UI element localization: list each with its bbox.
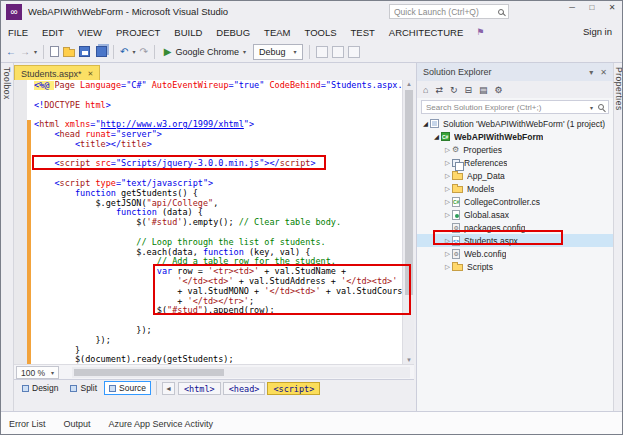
expander-collapsed-icon[interactable]: ▷	[443, 211, 452, 219]
sync-with-active-document-icon[interactable]: ⇄	[435, 85, 443, 95]
redo-icon[interactable]: ↷	[139, 46, 147, 58]
properties-tab[interactable]: Properties	[614, 67, 623, 111]
tree-item-references[interactable]: ▷References	[417, 156, 613, 169]
panel-tab-azure-app-service-activity[interactable]: Azure App Service Activity	[109, 419, 214, 429]
scrollbar-thumb[interactable]	[405, 90, 413, 295]
code-line-14[interactable]: function (data) {	[14, 208, 402, 218]
tree-item-models[interactable]: ▷Models	[417, 182, 613, 195]
code-line-5[interactable]: <html xmlns="http://www.w3.org/1999/xhtm…	[14, 120, 402, 130]
save-all-icon[interactable]	[96, 46, 107, 57]
menu-debug[interactable]: DEBUG	[209, 27, 257, 38]
tree-item-webapiwithwebform[interactable]: ◢WebAPIWithWebForm	[417, 130, 613, 143]
code-line-27[interactable]: });	[14, 336, 402, 346]
hscrollbar-thumb[interactable]	[74, 369, 224, 376]
tree-item-web-config[interactable]: ▷Web.config	[417, 247, 613, 260]
code-line-15[interactable]: $('#stud').empty(); // Clear table body.	[14, 218, 402, 228]
tree-item-properties[interactable]: ▷⚙Properties	[417, 143, 613, 156]
expander-expanded-icon[interactable]: ◢	[432, 133, 441, 141]
expander-collapsed-icon[interactable]: ▷	[443, 263, 452, 271]
panel-tab-output[interactable]: Output	[64, 419, 91, 429]
open-file-icon[interactable]	[63, 49, 75, 57]
code-line-22[interactable]: + val.StudMONO + '</td><td>' + val.StudC…	[14, 287, 402, 297]
code-line-26[interactable]: });	[14, 326, 402, 336]
code-line-24[interactable]: $("#stud").append(row);	[14, 306, 402, 316]
expander-collapsed-icon[interactable]: ▷	[443, 198, 452, 206]
code-line-3[interactable]: <!DOCTYPE html>	[14, 101, 402, 111]
code-line-1[interactable]: <%@ Page Language="C#" AutoEventWireup="…	[14, 81, 402, 91]
menu-team[interactable]: TEAM	[257, 27, 297, 38]
expander-collapsed-icon[interactable]: ▷	[443, 172, 452, 180]
view-button-design[interactable]: Design	[17, 381, 63, 395]
menu-view[interactable]: VIEW	[71, 27, 109, 38]
undo-icon[interactable]: ↶	[120, 46, 128, 58]
scroll-down-icon[interactable]: ▼	[403, 357, 414, 363]
code-line-10[interactable]	[14, 169, 402, 179]
code-line-8[interactable]	[14, 150, 402, 160]
tree-item-app-data[interactable]: ▷App_Data	[417, 169, 613, 182]
expander-collapsed-icon[interactable]: ▷	[443, 146, 452, 154]
sign-in-link[interactable]: Sign in	[583, 23, 612, 41]
start-debugging-button[interactable]: ▶ Google Chrome ▾	[161, 46, 249, 58]
tree-item-students-aspx[interactable]: ▷Students.aspx	[417, 234, 613, 247]
panel-tab-error-list[interactable]: Error List	[9, 419, 46, 429]
expander-collapsed-icon[interactable]: ▷	[443, 250, 452, 258]
home-icon[interactable]: ⌂	[423, 85, 428, 95]
solution-explorer-search-input[interactable]: Search Solution Explorer (Ctrl+;) ▾	[421, 100, 609, 114]
code-line-7[interactable]: <title></title>	[14, 140, 402, 150]
tag-crumb-html[interactable]: <html>	[178, 382, 221, 395]
editor-vertical-scrollbar[interactable]: ▲ ▼	[402, 80, 414, 364]
tree-item-packages-config[interactable]: packages.config	[417, 221, 613, 234]
zoom-dropdown[interactable]: 100 % ▾	[16, 366, 59, 379]
tree-item-collegecontroller-cs[interactable]: ▷CollegeController.cs	[417, 195, 613, 208]
expander-collapsed-icon[interactable]: ▷	[443, 237, 452, 245]
code-line-13[interactable]: $.getJSON("api/College",	[14, 199, 402, 209]
tag-crumb-head[interactable]: <head>	[223, 382, 266, 395]
menu-tools[interactable]: TOOLS	[298, 27, 344, 38]
refresh-icon[interactable]: ↻	[450, 85, 458, 95]
editor-horizontal-scrollbar[interactable]	[72, 367, 410, 378]
code-line-16[interactable]	[14, 228, 402, 238]
menu-project[interactable]: PROJECT	[109, 27, 167, 38]
tree-item-scripts[interactable]: ▷Scripts	[417, 260, 613, 273]
new-file-icon[interactable]	[50, 46, 59, 57]
code-line-18[interactable]: $.each(data, function (key, val) {	[14, 248, 402, 258]
panel-close-icon[interactable]: ✕	[600, 68, 607, 77]
tab-close-icon[interactable]: ✕	[88, 70, 94, 78]
expander-collapsed-icon[interactable]: ▷	[443, 185, 452, 193]
tree-item-solution-webapiwithwebform-1-project[interactable]: ◢Solution 'WebAPIWithWebForm' (1 project…	[417, 117, 613, 130]
navigate-back-icon[interactable]: ←	[6, 46, 16, 58]
code-line-9[interactable]: <script src="Scripts/jquery-3.0.0.min.js…	[14, 159, 402, 169]
expander-expanded-icon[interactable]: ◢	[421, 120, 430, 128]
code-line-28[interactable]: }	[14, 346, 402, 356]
save-icon[interactable]	[79, 46, 90, 57]
tag-nav-back-icon[interactable]: ◄	[162, 382, 175, 395]
code-line-29[interactable]: $(document).ready(getStudents);	[14, 355, 402, 364]
toolbar-icon[interactable]	[332, 46, 344, 58]
menu-edit[interactable]: EDIT	[35, 27, 71, 38]
close-button[interactable]: ✕	[606, 3, 618, 12]
view-button-split[interactable]: Split	[65, 381, 102, 395]
code-line-2[interactable]	[14, 91, 402, 101]
expander-collapsed-icon[interactable]: ▷	[443, 159, 452, 167]
undo-dropdown-icon[interactable]: ▾	[132, 48, 135, 55]
navigate-forward-icon[interactable]: →	[20, 46, 30, 58]
code-line-25[interactable]	[14, 316, 402, 326]
minimize-button[interactable]: ─	[566, 3, 578, 12]
menu-build[interactable]: BUILD	[167, 27, 209, 38]
code-line-11[interactable]: <script type="text/javascript">	[14, 179, 402, 189]
scroll-up-icon[interactable]: ▲	[403, 81, 414, 87]
toolbar-icon[interactable]	[316, 46, 328, 58]
toolbox-tab[interactable]: Toolbox	[2, 67, 12, 100]
show-all-files-icon[interactable]: ▤	[479, 85, 488, 95]
configuration-dropdown[interactable]: Debug ▾	[253, 44, 303, 60]
maximize-button[interactable]: □	[586, 3, 598, 12]
quick-launch-input[interactable]: Quick Launch (Ctrl+Q)	[389, 4, 509, 19]
menu-test[interactable]: TEST	[344, 27, 382, 38]
notifications-flag-icon[interactable]: ⚑	[470, 27, 490, 37]
menu-file[interactable]: FILE	[1, 27, 35, 38]
view-button-source[interactable]: Source	[104, 381, 151, 395]
code-line-20[interactable]: var row = '<tr><td>' + val.StudName +	[14, 267, 402, 277]
properties-icon[interactable]: ⚙	[495, 85, 503, 95]
code-line-12[interactable]: function getStudents() {	[14, 189, 402, 199]
menu-architecture[interactable]: ARCHITECTURE	[382, 27, 470, 38]
